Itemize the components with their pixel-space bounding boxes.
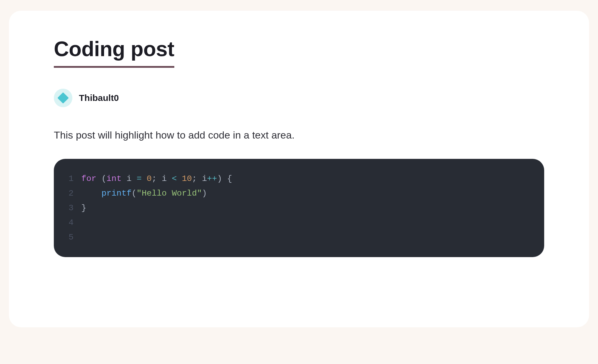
line-number: 4 xyxy=(67,215,81,230)
post-card: Coding post Thibault0 This post will hig… xyxy=(9,11,589,327)
line-number: 2 xyxy=(67,186,81,201)
line-number: 1 xyxy=(67,171,81,186)
code-line: 4 xyxy=(67,215,529,230)
avatar-diamond-icon xyxy=(58,93,68,103)
post-title: Coding post xyxy=(54,38,174,68)
author-row: Thibault0 xyxy=(54,89,544,107)
code-text: printf("Hello World") xyxy=(81,186,207,201)
code-text: for (int i = 0; i < 10; i++) { xyxy=(81,171,232,186)
line-number: 3 xyxy=(67,201,81,215)
code-text: } xyxy=(81,201,86,215)
code-line: 1 for (int i = 0; i < 10; i++) { xyxy=(67,171,529,186)
code-block: 1 for (int i = 0; i < 10; i++) { 2 print… xyxy=(54,159,544,257)
code-line: 2 printf("Hello World") xyxy=(67,186,529,201)
code-text xyxy=(81,230,86,245)
line-number: 5 xyxy=(67,230,81,245)
author-name[interactable]: Thibault0 xyxy=(79,93,119,103)
post-body-text: This post will highlight how to add code… xyxy=(54,128,544,142)
code-line: 3 } xyxy=(67,201,529,215)
code-text xyxy=(81,215,86,230)
avatar[interactable] xyxy=(54,89,72,107)
code-line: 5 xyxy=(67,230,529,245)
